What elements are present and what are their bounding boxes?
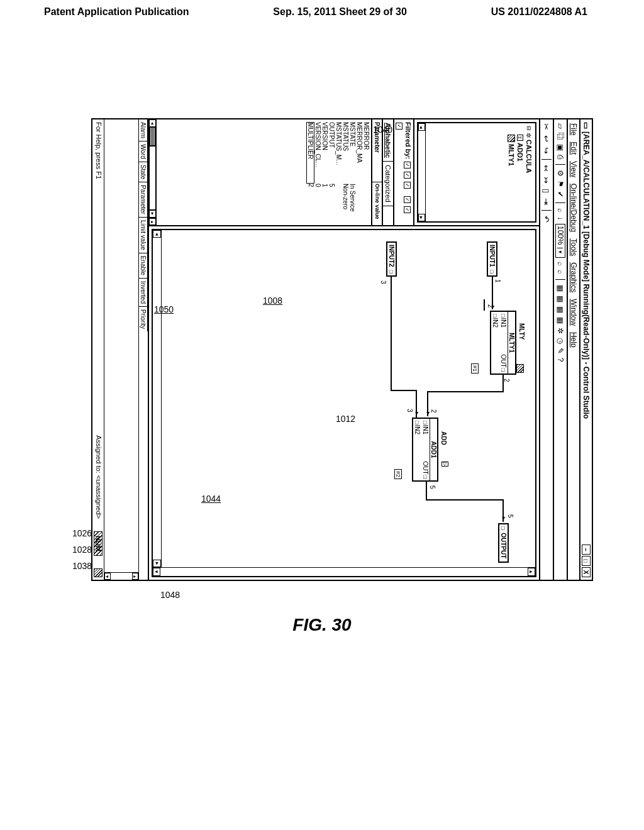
- scroll-right-icon[interactable]: ▸: [153, 560, 161, 567]
- copy-icon[interactable]: ⿻: [556, 133, 565, 140]
- paste-icon[interactable]: ▣: [556, 144, 565, 151]
- scroll-thumb[interactable]: [149, 127, 156, 146]
- io-input1[interactable]: INPUT1: [487, 241, 497, 277]
- tree-mlty1[interactable]: MLTY1: [508, 135, 515, 219]
- scroll-left-icon[interactable]: ◂: [149, 119, 156, 127]
- close-button[interactable]: X: [582, 567, 591, 577]
- resize-grip-icon[interactable]: [94, 568, 103, 577]
- menu-file[interactable]: File: [569, 123, 578, 135]
- config-icon[interactable]: ⚙: [556, 170, 565, 177]
- menu-view[interactable]: View: [569, 161, 578, 177]
- new-icon[interactable]: ▱: [556, 123, 565, 129]
- zoom-combo[interactable]: 100% ▼: [555, 224, 565, 258]
- tab-categorized[interactable]: Categorized: [383, 162, 393, 206]
- mlty-in2-port[interactable]: IN2: [492, 314, 499, 328]
- menu-graphics[interactable]: Graphics: [569, 262, 578, 292]
- scroll-left-icon[interactable]: ◂: [153, 230, 161, 238]
- col-limit[interactable]: Limit value: [139, 218, 148, 253]
- clock-icon[interactable]: ◷: [556, 338, 565, 344]
- scroll-down-icon[interactable]: ▾: [104, 573, 111, 580]
- param-multiplier[interactable]: MULTIPLIER: [306, 122, 314, 184]
- scroll-down-icon[interactable]: ▾: [153, 568, 160, 576]
- arrow-down-icon[interactable]: ↓: [556, 216, 565, 220]
- param-output[interactable]: OUTPUT: [328, 122, 335, 184]
- col-inverted[interactable]: Inverted: [139, 279, 148, 307]
- chevron-down-icon[interactable]: ▼: [558, 248, 564, 256]
- grid4-icon[interactable]: ▦: [556, 317, 565, 324]
- alarm-body[interactable]: ▴ ▾: [104, 119, 138, 580]
- param-mstate[interactable]: MSTATE: [349, 122, 356, 184]
- debug-icon[interactable]: ✲: [556, 328, 565, 334]
- diagram-canvas[interactable]: INPUT1 1 MLTY MLTY1 IN1 OUT IN2: [152, 229, 536, 577]
- col-state[interactable]: State: [139, 162, 148, 182]
- add-in2-port[interactable]: IN2: [414, 421, 421, 434]
- grid2-icon[interactable]: ▦: [556, 296, 565, 302]
- tree-add1[interactable]: Σ ADD1: [516, 135, 524, 219]
- col-word[interactable]: Word: [139, 141, 148, 162]
- menu-window[interactable]: Window: [569, 299, 578, 326]
- param-mstatus-m[interactable]: MSTATUS_M...: [335, 122, 342, 184]
- menu-edit[interactable]: Edit: [569, 141, 578, 155]
- filter-chk6[interactable]: ✓: [396, 123, 402, 130]
- param-merror-ma[interactable]: MERROR_MA: [356, 122, 363, 184]
- scroll-track[interactable]: [418, 131, 425, 214]
- tree-root[interactable]: ⊟ ✲ CALCULA: [525, 126, 533, 219]
- scroll-track[interactable]: [149, 146, 156, 210]
- block-add1[interactable]: ADD1 IN1 OUT IN2: [412, 418, 438, 482]
- param-version[interactable]: VERSION: [321, 122, 328, 184]
- filter-chk3[interactable]: ✓: [404, 182, 411, 189]
- grid3-icon[interactable]: ▦: [556, 306, 565, 313]
- maximize-button[interactable]: □: [582, 556, 591, 566]
- filter-chk2[interactable]: ✓: [404, 172, 411, 179]
- mlty-out-port[interactable]: OUT: [500, 354, 507, 372]
- hierarchy-tree[interactable]: ⊟ ✲ CALCULA Σ ADD1 MLTY1 ◂: [417, 122, 536, 223]
- param-list[interactable]: MERROR MERROR_MA MSTATEIn Service MSTATU…: [157, 119, 371, 225]
- print-icon[interactable]: ⎙: [556, 155, 565, 159]
- col-priority[interactable]: Priority: [139, 307, 148, 331]
- scroll-track[interactable]: [160, 568, 528, 576]
- find2-icon[interactable]: ⌕: [556, 270, 565, 274]
- scroll-track[interactable]: [111, 573, 132, 580]
- fwd-icon[interactable]: ↣: [542, 177, 552, 184]
- menu-help[interactable]: Help: [569, 332, 578, 348]
- param-version-cl[interactable]: VERSION_CL...: [314, 122, 321, 184]
- check-icon[interactable]: ✔: [556, 191, 565, 197]
- filter-chk4[interactable]: ✓: [404, 196, 411, 203]
- box-icon[interactable]: ▯: [542, 189, 552, 193]
- add-in1-port[interactable]: IN1: [422, 421, 429, 434]
- step-into-icon[interactable]: ↩: [542, 135, 552, 142]
- scroll-right-icon[interactable]: ▸: [149, 210, 156, 218]
- paint-icon[interactable]: ✎: [556, 348, 565, 354]
- flag-icon[interactable]: ⚑: [556, 180, 565, 187]
- block-mlty1[interactable]: MLTY1 IN1 OUT IN2: [490, 311, 516, 375]
- param-mstatus[interactable]: MSTATUS: [342, 122, 349, 184]
- scroll-right-icon[interactable]: ▸: [418, 214, 425, 221]
- help-icon[interactable]: ?: [556, 358, 565, 362]
- col-enable[interactable]: Enable: [139, 253, 148, 279]
- find-icon[interactable]: ⌕: [556, 262, 565, 266]
- menu-onlinedebug[interactable]: On-line/Debug: [569, 184, 578, 232]
- filter-chk5[interactable]: ✓: [404, 206, 411, 213]
- menu-tools[interactable]: Tools: [569, 238, 578, 256]
- scroll-track[interactable]: [153, 238, 161, 560]
- col-online-value[interactable]: On-line value: [372, 182, 382, 225]
- tree-hscroll[interactable]: ◂ ▸: [418, 123, 426, 221]
- add-out-port[interactable]: OUT: [422, 461, 429, 479]
- io-output[interactable]: OUTPUT: [498, 523, 509, 563]
- step-over-icon[interactable]: ↪: [542, 147, 552, 154]
- minimize-button[interactable]: –: [582, 545, 591, 555]
- scroll-up-icon[interactable]: ▴: [132, 573, 138, 580]
- col-alarm[interactable]: Alarm: [139, 119, 148, 141]
- scroll-left-icon[interactable]: ◂: [418, 123, 425, 131]
- io-input2[interactable]: INPUT2: [386, 241, 397, 277]
- zoom-icon[interactable]: ⌕: [556, 208, 565, 213]
- filter-chk1[interactable]: ✓: [404, 162, 411, 169]
- alarm-vscroll[interactable]: ▴ ▾: [104, 572, 138, 580]
- scroll-up-icon[interactable]: ▴: [149, 218, 156, 225]
- grid1-icon[interactable]: ▦: [556, 285, 565, 292]
- param-merror[interactable]: MERROR: [363, 122, 370, 184]
- param-hscroll[interactable]: ◂ ▸ ▴: [149, 119, 157, 225]
- undo-icon[interactable]: ↶: [542, 216, 552, 223]
- col-param[interactable]: Parameter: [139, 182, 148, 218]
- mlty-in1-port[interactable]: IN1: [500, 314, 507, 328]
